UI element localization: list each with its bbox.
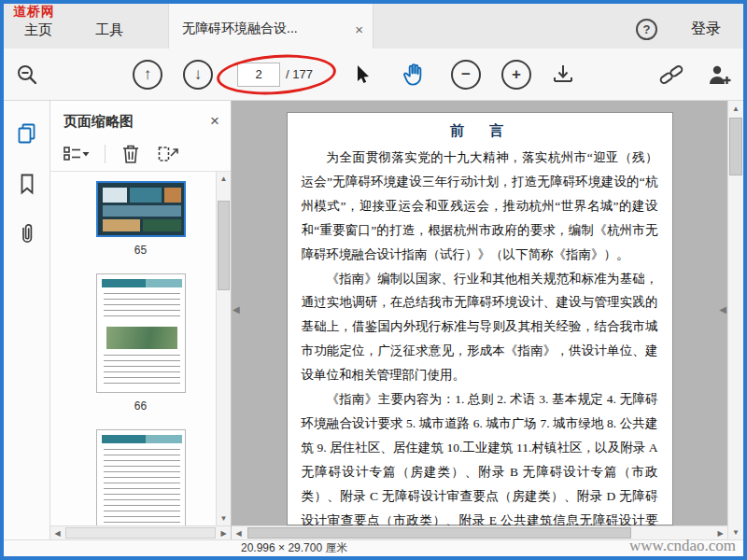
panel-close-icon[interactable]: × [210, 112, 219, 131]
tab-document-title: 无障碍环境融合设... [182, 21, 347, 37]
main-toolbar: ↑ ↓ / 177 − + [4, 49, 743, 101]
pdf-page: 前 言 为全面贯彻落实党的十九大精神，落实杭州市“迎亚（残）运会”无障碍环境建设… [287, 112, 673, 525]
scroll-left-icon[interactable]: ◀ [50, 526, 64, 539]
document-paragraph: 《指南》编制以国家、行业和其他相关规范和标准为基础，通过实地调研，在总结我市无障… [302, 267, 658, 388]
thumbnail-item[interactable]: 66 [50, 273, 231, 413]
tab-document[interactable]: 无障碍环境融合设... × [168, 4, 374, 49]
help-icon[interactable]: ? [636, 19, 657, 40]
thumbnail-item[interactable] [50, 429, 231, 525]
thumbnails-panel-header: 页面缩略图 × [50, 101, 231, 136]
thumbnail-page-65[interactable] [96, 181, 186, 237]
select-cursor-icon[interactable] [350, 63, 374, 87]
zoom-in-icon[interactable]: + [501, 60, 531, 90]
thumbnail-page-66[interactable] [96, 273, 186, 393]
link-icon[interactable] [657, 63, 685, 87]
zoom-out-icon[interactable]: − [451, 60, 481, 90]
fit-width-icon[interactable] [550, 62, 576, 88]
attachments-panel-icon[interactable] [16, 222, 38, 246]
thumbnails-panel-title: 页面缩略图 [63, 113, 134, 131]
tab-close-icon[interactable]: × [355, 21, 363, 37]
page-dimensions-label: 20.996 × 29.700 厘米 [241, 540, 347, 556]
page-total-label: / 177 [286, 67, 313, 81]
add-user-icon[interactable] [706, 63, 732, 87]
toolbar-separator [105, 145, 106, 163]
viewer-scrollbar-vertical[interactable]: ▲ ▼ [727, 101, 743, 539]
scroll-up-icon[interactable]: ▲ [217, 172, 231, 186]
thumbnail-scrollbar-vertical[interactable]: ▲ ▼ [216, 172, 231, 525]
main-area: 页面缩略图 × [4, 101, 743, 539]
page-number-input[interactable] [237, 63, 280, 87]
scrollbar-thumb[interactable] [65, 527, 216, 539]
collapse-right-icon[interactable]: ◀ [719, 304, 726, 315]
scroll-right-icon[interactable]: ▶ [217, 526, 231, 539]
document-paragraph: 《指南》主要内容为：1. 总则 2. 术语 3. 基本规定 4. 无障碍环境融合… [302, 387, 658, 525]
thumbnails-toolbar [50, 136, 231, 172]
bookmarks-panel-icon[interactable] [16, 172, 38, 196]
scroll-up-icon[interactable]: ▲ [728, 101, 743, 116]
thumbnail-item[interactable]: 65 [50, 181, 231, 257]
thumbnail-page-number: 66 [134, 399, 147, 413]
thumbnail-list: 65 66 ▲ [50, 172, 231, 525]
thumbnail-page-next[interactable] [96, 429, 186, 525]
watermark-cndao: www.cndao.com [629, 537, 736, 555]
login-button[interactable]: 登录 [691, 20, 721, 39]
thumbnail-view-options-icon[interactable] [62, 144, 90, 164]
scrollbar-track[interactable] [64, 526, 217, 539]
scrollbar-thumb[interactable] [218, 201, 230, 290]
scrollbar-track[interactable] [217, 186, 231, 511]
document-paragraph: 为全面贯彻落实党的十九大精神，落实杭州市“迎亚（残）运会”无障碍环境建设三年行动… [302, 146, 658, 267]
document-heading: 前 言 [302, 122, 658, 140]
scrollbar-track[interactable] [728, 116, 743, 525]
zoom-out-magnifier-icon[interactable] [15, 63, 39, 87]
extract-page-icon[interactable] [156, 143, 180, 165]
thumbnail-page-number: 65 [134, 244, 147, 257]
tab-bar: 主页 工具 无障碍环境融合设... × ? 登录 [4, 4, 743, 49]
thumbnail-scrollbar-horizontal[interactable]: ◀ ▶ [50, 525, 231, 539]
scroll-down-icon[interactable]: ▼ [217, 511, 231, 525]
document-viewer: ◀ ◀ 前 言 为全面贯彻落实党的十九大精神，落实杭州市“迎亚（残）运会”无障碍… [232, 101, 727, 539]
scrollbar-thumb[interactable] [247, 527, 631, 539]
scroll-left-icon[interactable]: ◀ [232, 526, 246, 539]
scrollbar-thumb[interactable] [729, 118, 742, 175]
collapse-panel-icon[interactable]: ◀ [233, 304, 240, 315]
thumbnails-panel: 页面缩略图 × [50, 101, 232, 539]
previous-page-icon[interactable]: ↑ [133, 60, 162, 90]
watermark-daoqiaowang: 道桥网 [13, 4, 55, 21]
next-page-icon[interactable]: ↓ [183, 60, 213, 90]
left-rail [4, 101, 50, 539]
delete-page-icon[interactable] [120, 143, 141, 165]
pdf-reader-window: 道桥网 www.cndao.com 主页 工具 无障碍环境融合设... × ? … [0, 0, 747, 560]
tab-tools[interactable]: 工具 [82, 10, 136, 43]
hand-tool-icon[interactable] [401, 62, 427, 88]
page-view-area: ◀ ◀ 前 言 为全面贯彻落实党的十九大精神，落实杭州市“迎亚（残）运会”无障碍… [232, 101, 727, 525]
thumbnails-panel-icon[interactable] [15, 121, 39, 146]
